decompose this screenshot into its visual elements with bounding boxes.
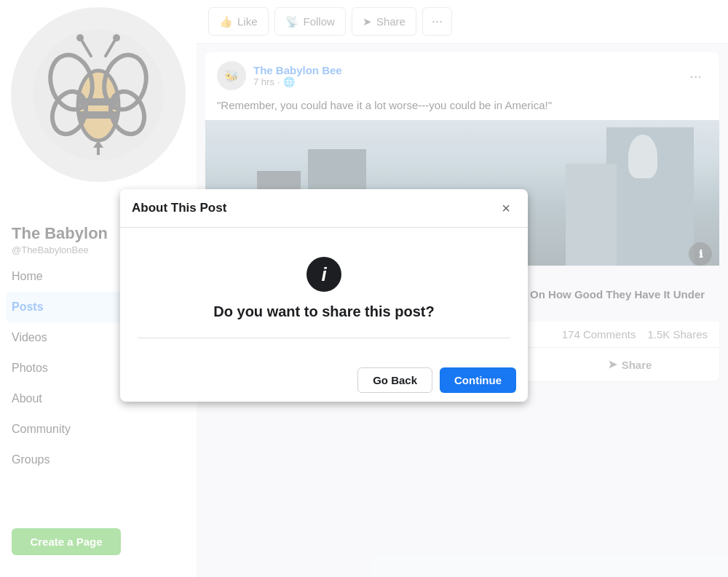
modal-body: i Do you want to share this post? [120,228,528,359]
modal-overlay: About This Post × i Do you want to share… [0,0,728,577]
page-background: The Babylon @TheBabylonBee Home Posts Vi… [0,0,728,577]
about-this-post-modal: About This Post × i Do you want to share… [120,189,528,402]
continue-button[interactable]: Continue [440,367,516,393]
modal-divider [138,338,510,338]
go-back-button[interactable]: Go Back [357,367,432,393]
info-symbol: i [321,263,326,286]
modal-info-icon: i [306,257,341,292]
modal-question: Do you want to share this post? [213,303,434,320]
modal-header: About This Post × [120,189,528,228]
modal-footer: Go Back Continue [120,359,528,402]
modal-title: About This Post [132,201,226,215]
modal-close-button[interactable]: × [496,198,516,218]
